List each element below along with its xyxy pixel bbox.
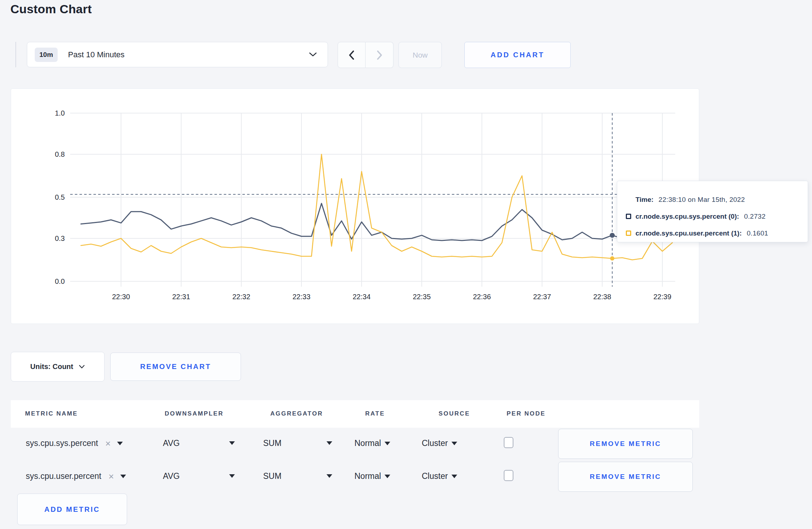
time-back-button[interactable] [338,42,366,68]
rate-value: Normal [354,471,381,481]
time-forward-button[interactable] [366,42,393,68]
chevron-down-icon [385,475,390,478]
x-axis-label: 22:31 [172,293,190,301]
rate-select[interactable]: Normal [354,438,390,448]
clear-metric-icon[interactable]: × [108,472,114,481]
sys-series-line [81,203,672,241]
chevron-down-icon [385,442,390,445]
tooltip-time-row: Time: 22:38:10 on Mar 15th, 2022 [617,191,808,208]
time-nav-group [338,42,394,68]
x-axis-label: 22:35 [413,293,431,301]
time-range-label: Past 10 Minutes [68,50,125,59]
aggregator-caret-icon[interactable] [327,441,332,445]
cpu-usage-chart[interactable]: 0.00.30.50.81.022:3022:3122:3222:3322:34… [11,89,700,324]
header-downsampler: DOWNSAMPLER [165,410,223,417]
metrics-table-header: METRIC NAME DOWNSAMPLER AGGREGATOR RATE … [11,400,699,428]
add-metric-button[interactable]: ADD METRIC [17,494,127,525]
units-select[interactable]: Units: Count [11,352,105,382]
remove-chart-button[interactable]: REMOVE CHART [110,353,241,381]
rate-select[interactable]: Normal [354,471,390,481]
source-select[interactable]: Cluster [422,471,457,481]
rate-value: Normal [354,438,381,448]
aggregator-value[interactable]: SUM [263,471,281,481]
downsampler-caret-icon[interactable] [229,441,235,445]
chevron-down-icon [79,365,85,369]
downsampler-value[interactable]: AVG [163,471,180,481]
chevron-right-icon [377,50,382,60]
tooltip-time-label: Time: [635,196,653,204]
x-axis-label: 22:36 [473,293,491,301]
source-select[interactable]: Cluster [422,438,457,448]
header-rate: RATE [365,410,385,417]
per-node-checkbox[interactable] [504,470,513,481]
x-axis-label: 22:32 [232,293,250,301]
remove-metric-button[interactable]: REMOVE METRIC [558,429,693,459]
metric-name-value: sys.cpu.user.percent [26,471,101,481]
metric-name-value: sys.cpu.sys.percent [26,438,98,448]
x-axis-label: 22:38 [593,293,611,301]
y-axis-label: 0.0 [55,277,65,285]
toolbar-divider [15,42,16,67]
user-series-swatch-icon [626,230,631,236]
x-axis-label: 22:39 [653,293,671,301]
metrics-table-body: sys.cpu.sys.percent × AVG SUM Normal Clu… [11,428,699,529]
table-row: sys.cpu.sys.percent × AVG SUM Normal Clu… [11,428,699,460]
now-button[interactable]: Now [398,42,442,68]
chevron-down-icon [120,475,126,478]
metric-name-select[interactable]: sys.cpu.sys.percent × [26,438,123,448]
tooltip-sys-value: 0.2732 [744,213,765,220]
sys-series-swatch-icon [626,214,631,219]
header-per-node: PER NODE [507,410,546,417]
downsampler-caret-icon[interactable] [229,474,235,478]
tooltip-user-name: cr.node.sys.cpu.user.percent (1): [635,229,742,237]
table-row: sys.cpu.user.percent × AVG SUM Normal Cl… [11,461,699,493]
clear-metric-icon[interactable]: × [105,439,111,448]
header-aggregator: AGGREGATOR [270,410,323,417]
x-axis-label: 22:33 [293,293,310,301]
x-axis-label: 22:30 [112,293,130,301]
x-axis-label: 22:34 [353,293,371,301]
y-axis-label: 0.3 [55,234,65,242]
time-range-badge: 10m [35,48,58,62]
remove-metric-button[interactable]: REMOVE METRIC [558,462,693,492]
aggregator-caret-icon[interactable] [327,474,332,478]
chevron-down-icon [309,52,317,57]
tooltip-sys-name: cr.node.sys.cpu.sys.percent (0): [635,213,739,220]
y-axis-label: 1.0 [55,109,65,117]
header-metric-name: METRIC NAME [25,410,78,417]
metric-name-select[interactable]: sys.cpu.user.percent × [26,471,126,481]
tooltip-time-value: 22:38:10 on Mar 15th, 2022 [658,196,745,204]
y-axis-label: 0.5 [55,193,65,201]
custom-chart-page: Custom Chart 10m Past 10 Minutes Now ADD… [0,0,812,529]
tooltip-sys-row: cr.node.sys.cpu.sys.percent (0): 0.2732 [617,208,808,225]
chevron-left-icon [349,50,354,60]
header-source: SOURCE [439,410,470,417]
units-select-label: Units: Count [30,363,73,371]
time-range-select[interactable]: 10m Past 10 Minutes [27,42,328,67]
aggregator-value[interactable]: SUM [263,438,281,448]
add-chart-button[interactable]: ADD CHART [464,42,571,68]
user-series-line [81,154,672,260]
page-title: Custom Chart [10,2,92,16]
chevron-down-icon [117,442,123,445]
x-axis-label: 22:37 [533,293,551,301]
sys-hover-dot [610,233,615,238]
tooltip-user-row: cr.node.sys.cpu.user.percent (1): 0.1601 [617,225,808,242]
downsampler-value[interactable]: AVG [163,438,180,448]
chevron-down-icon [451,475,457,478]
chart-card: 0.00.30.50.81.022:3022:3122:3222:3322:34… [11,88,699,324]
y-axis-label: 0.8 [55,150,65,158]
chart-tooltip: Time: 22:38:10 on Mar 15th, 2022 cr.node… [617,181,808,242]
per-node-checkbox[interactable] [504,437,513,448]
source-value: Cluster [422,471,448,481]
user-hover-dot [610,256,614,261]
tooltip-user-value: 0.1601 [747,229,768,237]
chevron-down-icon [451,442,457,445]
source-value: Cluster [422,438,448,448]
